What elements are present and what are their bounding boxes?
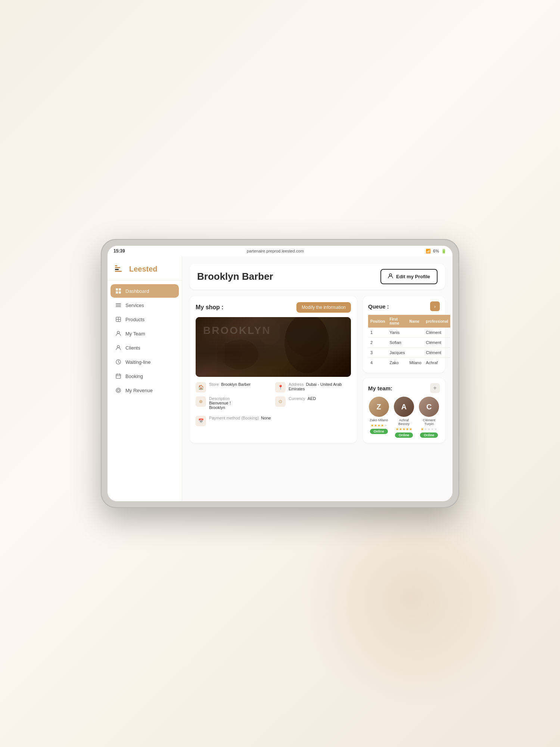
sidebar: Leested Dash — [108, 256, 182, 501]
star-1-2: ★ — [374, 424, 377, 427]
sidebar-item-products[interactable]: Products — [111, 313, 179, 326]
team-member-2: A Achraf Besnoy ★ ★ ★ ★ ★ — [393, 397, 414, 438]
star-3-1: ★ — [421, 427, 424, 431]
store-label: Store — [209, 382, 219, 387]
member-avatar-3: C — [419, 397, 439, 417]
team-card: My team: + Z Zako Milano — [363, 378, 445, 443]
svg-point-21 — [116, 388, 121, 393]
row2-pro: Clément — [424, 338, 450, 348]
member-name-1: Zako Milano — [370, 418, 388, 422]
col-position: Position — [368, 315, 387, 328]
address-detail-text: Address Dubai - United Arab Emirates — [289, 382, 351, 391]
star-2-2: ★ — [399, 427, 402, 431]
sidebar-item-clients[interactable]: Clients — [111, 341, 179, 354]
sidebar-item-waitingline[interactable]: Waiting-line — [111, 355, 179, 369]
content-grid: My shop : Modify the information BROOKLY… — [190, 296, 445, 443]
member-name-3: Clément Turpin — [419, 418, 440, 426]
row3-pos: 3 — [368, 348, 387, 358]
star-1-3: ★ — [377, 424, 380, 427]
queue-next-button[interactable]: › — [430, 301, 440, 311]
edit-profile-label: Edit my Profile — [396, 274, 430, 279]
right-panel: Queue : › Position First name Name pro — [363, 296, 445, 443]
tablet-screen: 15:39 partenaire.preprod.leested.com 📶 6… — [108, 246, 452, 501]
row4-firstname: Zako — [387, 358, 407, 368]
row1-pro: Clément — [424, 328, 450, 338]
avatar-initials-3: C — [419, 397, 439, 417]
member-name-2: Achraf Besnoy — [393, 418, 414, 426]
main-content: Brooklyn Barber Edit my Profile — [182, 256, 452, 501]
team-member-3: C Clément Turpin ★ ★ ★ ★ ★ — [419, 397, 440, 438]
status-time: 15:39 — [113, 248, 125, 254]
row1-firstname: Yanis — [387, 328, 407, 338]
user-icon — [388, 273, 393, 280]
products-icon — [115, 316, 122, 323]
payment-icon: 📅 — [196, 416, 206, 426]
queue-table: Position First name Name professional 1 — [368, 315, 450, 368]
table-row: 4 Zako Milano Achraf — [368, 358, 450, 368]
svg-rect-0 — [115, 265, 117, 266]
star-2-1: ★ — [396, 427, 399, 431]
table-row: 2 Sofian Clément — [368, 338, 450, 348]
svg-point-28 — [258, 319, 281, 345]
description-detail-text: Description Bienvenue ! Brooklyn — [209, 396, 231, 410]
description-value-2: Brooklyn — [209, 405, 231, 410]
tablet-frame: 15:39 partenaire.preprod.leested.com 📶 6… — [101, 239, 459, 508]
row2-pos: 2 — [368, 338, 387, 348]
logo-text-before: Leest — [129, 265, 149, 273]
svg-rect-3 — [115, 271, 122, 272]
status-bar: 15:39 partenaire.preprod.leested.com 📶 6… — [108, 246, 452, 256]
sidebar-item-dashboard[interactable]: Dashboard — [111, 284, 179, 298]
row1-name — [407, 328, 423, 338]
svg-rect-5 — [119, 288, 121, 291]
svg-rect-8 — [116, 303, 121, 304]
svg-rect-1 — [115, 267, 120, 268]
currency-icon: ⊙ — [275, 396, 286, 407]
queue-card: Queue : › Position First name Name pro — [363, 296, 445, 373]
edit-profile-button[interactable]: Edit my Profile — [380, 269, 438, 284]
row3-name — [407, 348, 423, 358]
myrevenue-label: My Revenue — [125, 388, 153, 393]
row2-name — [407, 338, 423, 348]
svg-point-23 — [389, 274, 392, 276]
battery-icon: 🔋 — [441, 249, 447, 254]
logo-icon — [113, 263, 125, 275]
row1-pos: 1 — [368, 328, 387, 338]
svg-rect-6 — [116, 291, 118, 294]
myteam-icon — [115, 330, 122, 337]
team-members: Z Zako Milano ★ ★ ★ ★ ★ — [368, 397, 440, 438]
logo-text: Leested — [129, 265, 158, 273]
sidebar-item-myteam[interactable]: My Team — [111, 327, 179, 340]
col-name: Name — [407, 315, 423, 328]
currency-detail-row: ⊙ Currency AED — [275, 396, 351, 410]
waitingline-label: Waiting-line — [125, 359, 150, 365]
svg-rect-2 — [115, 269, 119, 270]
app-layout: Leested Dash — [108, 256, 452, 501]
col-professional: professional — [424, 315, 450, 328]
star-3-2: ★ — [424, 427, 427, 431]
sidebar-item-booking[interactable]: Booking — [111, 369, 179, 383]
currency-value: AED — [308, 396, 316, 401]
add-team-member-button[interactable]: + — [430, 383, 440, 393]
modify-information-button[interactable]: Modify the information — [296, 302, 351, 313]
svg-rect-4 — [116, 288, 118, 291]
payment-label: Payment method (Booking) — [209, 416, 259, 420]
star-3-5: ★ — [434, 427, 437, 431]
dashboard-icon — [115, 288, 122, 294]
svg-rect-27 — [225, 343, 240, 362]
currency-detail-text: Currency AED — [289, 396, 316, 401]
store-detail-text: Store Brooklyn Barber — [209, 382, 251, 387]
nav-items: Dashboard Services — [108, 280, 182, 501]
shop-image: BROOKLYN — [196, 317, 351, 377]
payment-detail-row: 📅 Payment method (Booking) None — [196, 416, 351, 426]
clients-icon — [115, 344, 122, 351]
shop-card: My shop : Modify the information BROOKLY… — [190, 296, 357, 443]
col-firstname: First name — [387, 315, 407, 328]
status-url: partenaire.preprod.leested.com — [247, 249, 304, 253]
sidebar-item-services[interactable]: Services — [111, 298, 179, 312]
svg-rect-10 — [116, 306, 121, 307]
sidebar-item-myrevenue[interactable]: My Revenue — [111, 384, 179, 397]
clients-label: Clients — [125, 345, 140, 351]
status-right: 📶 6% 🔋 — [426, 249, 447, 254]
svg-point-14 — [117, 331, 119, 334]
star-1-1: ★ — [371, 424, 374, 427]
